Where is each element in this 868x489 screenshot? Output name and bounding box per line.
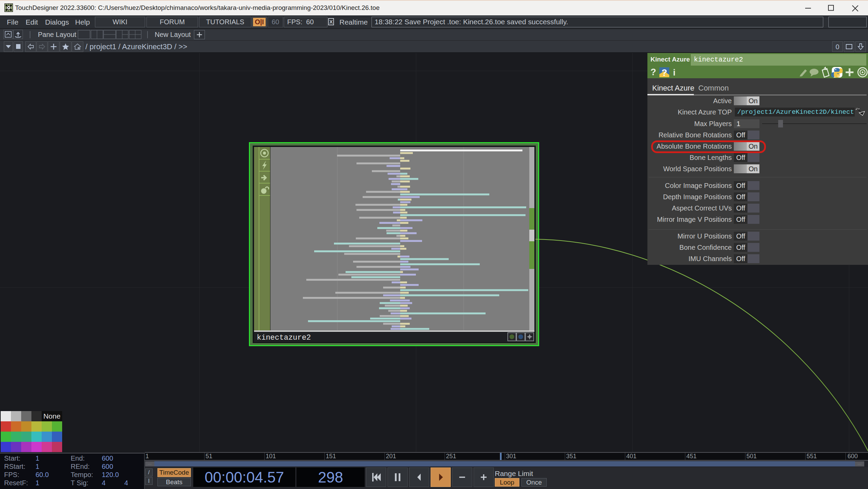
svg-text:?: ? [650,67,656,77]
svg-text:i: i [673,67,675,78]
svg-text:?: ? [661,68,667,78]
